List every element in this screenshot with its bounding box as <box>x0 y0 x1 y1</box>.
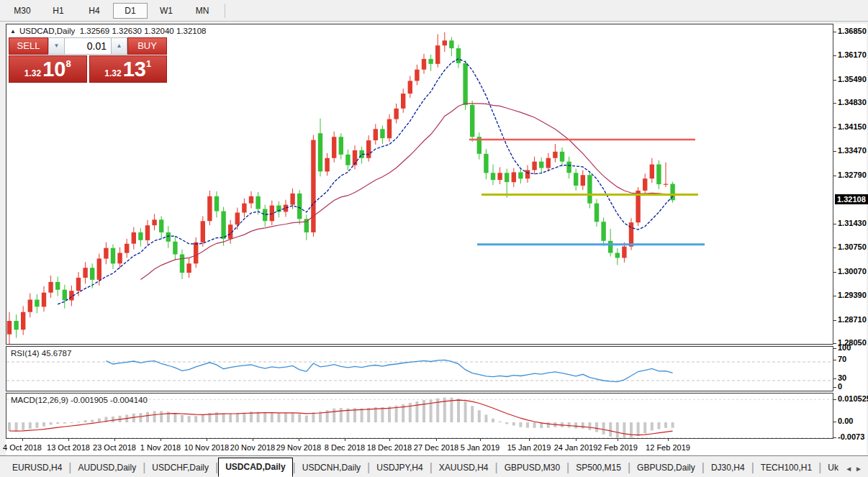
timeframe-button-h1[interactable]: H1 <box>41 3 76 19</box>
date-tick-mark <box>436 439 437 441</box>
macd-axis-label: 0.00 <box>838 417 853 425</box>
chart-tab-uk[interactable]: Uk <box>821 459 845 476</box>
price-axis-label: 1.32790 <box>838 171 867 179</box>
date-axis-label: 1 Nov 2018 <box>140 443 181 452</box>
price-axis-label: 1.29390 <box>838 291 867 299</box>
date-axis-label: 10 Nov 2018 <box>184 443 229 452</box>
date-tick-mark <box>345 439 345 441</box>
buy-price-button[interactable]: 1.32 13 1 <box>89 55 168 83</box>
date-tick-mark <box>480 439 481 441</box>
axis-tick-mark <box>833 151 836 152</box>
date-tick-mark <box>68 439 69 441</box>
buy-price-pips: 13 <box>123 57 146 81</box>
application-window: M30H1H4D1W1MN ▲USDCAD,Daily 1.32569 1.32… <box>0 0 868 477</box>
date-axis-label: 27 Dec 2018 <box>414 443 458 452</box>
sell-price-pips: 10 <box>42 57 65 81</box>
price-axis: 1.368501.361701.354901.348301.341501.334… <box>833 24 867 455</box>
rsi-axis-label: 100 <box>838 343 851 352</box>
date-axis-label: 13 Oct 2018 <box>47 443 90 452</box>
axis-tick-mark <box>833 176 836 176</box>
sell-button[interactable]: SELL <box>9 37 48 55</box>
date-tick-mark <box>299 439 299 441</box>
axis-tick-mark <box>833 32 836 32</box>
date-tick-mark <box>576 439 577 441</box>
price-axis-label: 1.36850 <box>838 27 867 35</box>
axis-tick-mark <box>833 55 836 56</box>
buy-price-point: 1 <box>146 58 151 69</box>
date-axis-label: 24 Jan 2019 <box>554 443 598 452</box>
date-axis-label: 20 Nov 2018 <box>230 443 275 452</box>
date-tick-mark <box>618 439 618 441</box>
date-tick-mark <box>668 439 669 441</box>
macd-axis-label: 0.010525 <box>838 394 868 403</box>
toolbar-separator <box>225 4 225 18</box>
date-tick-mark <box>389 439 390 441</box>
chart-tab-usdcad-daily[interactable]: USDCAD,Daily <box>218 458 292 477</box>
axis-tick-mark <box>833 399 836 400</box>
axis-tick-mark <box>833 422 836 422</box>
macd-indicator-pane[interactable]: MACD(12,26,9) -0.001905 -0.004140 <box>6 393 833 439</box>
timeframe-button-mn[interactable]: MN <box>185 3 220 19</box>
chart-tab-gbpusd-m30[interactable]: GBPUSD,M30 <box>498 459 566 476</box>
date-axis-label: 8 Dec 2018 <box>325 443 365 452</box>
volume-increment-button[interactable]: ▲ <box>111 37 127 55</box>
price-axis-label: 1.31430 <box>838 219 867 227</box>
axis-tick-mark <box>833 247 836 248</box>
timeframe-button-d1[interactable]: D1 <box>113 3 148 19</box>
volume-decrement-button[interactable]: ▼ <box>48 37 65 55</box>
axis-tick-mark <box>833 103 836 104</box>
axis-tick-mark <box>833 437 836 438</box>
volume-input[interactable] <box>65 37 111 55</box>
timeframe-button-h4[interactable]: H4 <box>77 3 112 19</box>
axis-tick-mark <box>833 348 836 349</box>
price-axis-label: 1.30070 <box>838 267 867 276</box>
one-click-trade-panel: SELL ▼ ▲ BUY 1.32 10 8 1.32 13 1 <box>9 37 167 83</box>
timeframe-button-m30[interactable]: M30 <box>5 3 40 19</box>
buy-button[interactable]: BUY <box>127 37 167 55</box>
chart-tab-usdjpy-h4[interactable]: USDJPY,H4 <box>370 459 429 476</box>
rsi-axis-label: 70 <box>838 355 846 363</box>
tab-scroll-left-icon[interactable]: ◄ <box>845 465 855 473</box>
timeframe-toolbar: M30H1H4D1W1MN <box>0 0 868 22</box>
date-axis-label: 12 Feb 2019 <box>646 443 690 452</box>
macd-axis-label: -0.0073 <box>838 432 864 441</box>
current-price-tag: 1.32108 <box>835 194 868 204</box>
date-tick-mark <box>529 439 530 441</box>
price-axis-label: 1.28710 <box>838 315 867 324</box>
sell-price-button[interactable]: 1.32 10 8 <box>9 55 87 83</box>
chart-tab-dj30-h4[interactable]: DJ30,H4 <box>705 459 751 476</box>
date-axis-label: 5 Jan 2019 <box>461 443 499 452</box>
collapse-arrow-icon[interactable]: ▲ <box>10 28 16 35</box>
axis-tick-mark <box>833 343 836 344</box>
chart-tab-audusd-daily[interactable]: AUDUSD,Daily <box>72 459 143 476</box>
date-axis: 4 Oct 201813 Oct 201823 Oct 20181 Nov 20… <box>6 439 833 455</box>
date-tick-mark <box>22 439 23 441</box>
chart-title: ▲USDCAD,Daily 1.32569 1.32630 1.32040 1.… <box>10 27 207 35</box>
tab-scroll-right-icon[interactable]: ► <box>855 465 865 473</box>
rsi-indicator-pane[interactable]: RSI(14) 45.6787 <box>6 346 833 391</box>
rsi-axis-label: 0 <box>838 382 842 391</box>
date-axis-label: 2 Feb 2019 <box>597 443 638 452</box>
chart-tab-usdcnh-daily[interactable]: USDCNH,Daily <box>296 459 367 476</box>
axis-tick-mark <box>833 80 836 81</box>
axis-tick-mark <box>833 387 836 388</box>
axis-tick-mark <box>833 320 836 321</box>
chart-symbol-label: USDCAD,Daily <box>19 27 75 35</box>
timeframe-button-w1[interactable]: W1 <box>149 3 184 19</box>
axis-tick-mark <box>833 224 836 224</box>
date-axis-label: 29 Nov 2018 <box>276 443 321 452</box>
price-axis-label: 1.36170 <box>838 50 867 59</box>
symbol-tab-bar: EURUSD,H4|AUDUSD,Daily|USDCHF,Daily|USDC… <box>0 455 868 477</box>
chart-tab-gbpusd-daily[interactable]: GBPUSD,Daily <box>630 459 702 476</box>
date-tick-mark <box>207 439 207 441</box>
tab-scroll-arrows[interactable]: ◄► <box>845 465 865 473</box>
chart-tab-tech100-h1[interactable]: TECH100,H1 <box>754 459 818 476</box>
sell-price-base: 1.32 <box>24 68 41 78</box>
chart-tab-sp500-m15[interactable]: SP500,M15 <box>569 459 628 476</box>
date-tick-mark <box>161 439 161 441</box>
date-tick-mark <box>114 439 115 441</box>
chart-tab-eurusd-h4[interactable]: EURUSD,H4 <box>6 459 68 476</box>
sell-price-point: 8 <box>65 58 71 69</box>
chart-tab-usdchf-daily[interactable]: USDCHF,Daily <box>145 459 215 476</box>
chart-tab-xauusd-h4[interactable]: XAUUSD,H4 <box>433 459 495 476</box>
